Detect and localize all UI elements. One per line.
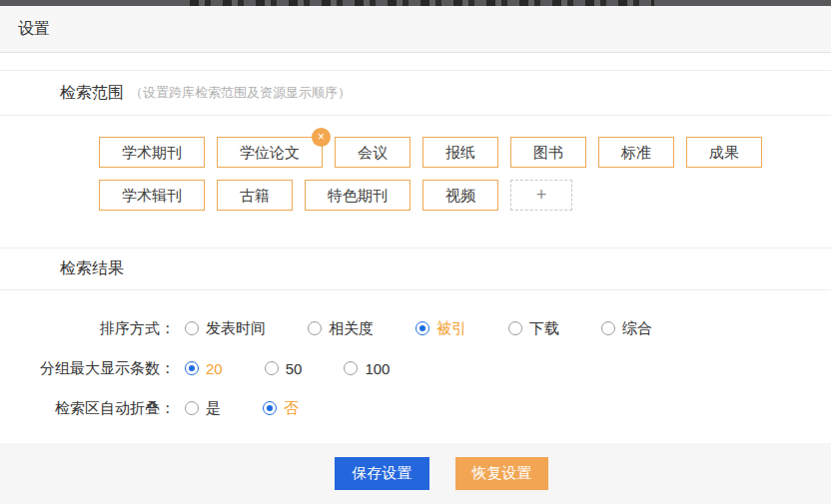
resource-tag-label: 会议 xyxy=(358,144,388,161)
resource-tag-label: 学位论文 xyxy=(240,144,300,161)
panel-header: 设置 xyxy=(0,6,831,53)
radio-icon[interactable] xyxy=(344,361,358,375)
radio-icon[interactable] xyxy=(185,321,199,335)
radio-group: 2050100 xyxy=(185,360,431,377)
radio-option[interactable]: 100 xyxy=(344,360,390,377)
close-icon[interactable]: × xyxy=(312,128,331,147)
radio-option[interactable]: 50 xyxy=(265,360,303,377)
radio-label: 50 xyxy=(286,360,303,377)
radio-label: 20 xyxy=(206,360,223,377)
radio-group: 是否 xyxy=(185,399,341,418)
results-section-header: 检索结果 xyxy=(0,248,831,290)
form-label: 排序方式： xyxy=(0,319,175,338)
radio-icon[interactable] xyxy=(265,361,279,375)
radio-option[interactable]: 发表时间 xyxy=(185,319,266,338)
clipped-background-bar xyxy=(0,0,831,6)
resource-tag-label: 图书 xyxy=(533,144,563,161)
radio-label: 被引 xyxy=(436,319,466,338)
resource-tag[interactable]: 古籍 xyxy=(217,180,293,211)
radio-label: 相关度 xyxy=(329,319,374,338)
restore-settings-button[interactable]: 恢复设置 xyxy=(455,457,548,490)
tag-row-2: 学术辑刊古籍特色期刊视频+ xyxy=(99,180,831,211)
radio-label: 否 xyxy=(284,399,299,418)
resource-tag-label: 标准 xyxy=(621,144,651,161)
radio-selected-icon[interactable] xyxy=(185,361,199,375)
resource-tag[interactable]: 标准 xyxy=(598,137,674,168)
tag-row-1: 学术期刊学位论文×会议报纸图书标准成果 xyxy=(99,137,831,168)
save-settings-button[interactable]: 保存设置 xyxy=(335,457,429,490)
radio-selected-icon[interactable] xyxy=(416,321,429,335)
radio-label: 综合 xyxy=(622,319,652,338)
radio-label: 下载 xyxy=(529,319,559,338)
resource-tag-label: 学术辑刊 xyxy=(122,187,182,204)
radio-icon[interactable] xyxy=(185,401,199,415)
radio-option[interactable]: 20 xyxy=(185,360,223,377)
radio-option[interactable]: 下载 xyxy=(508,319,559,338)
form-row: 分组最大显示条数：2050100 xyxy=(0,348,831,388)
section-title-scope: 检索范围 xyxy=(60,83,124,104)
radio-label: 是 xyxy=(206,399,221,418)
clipped-background-text xyxy=(190,0,654,6)
results-settings-form: 排序方式：发表时间相关度被引下载综合分组最大显示条数：2050100检索区自动折… xyxy=(0,290,831,443)
radio-group: 发表时间相关度被引下载综合 xyxy=(185,319,694,338)
resource-tag-label: 报纸 xyxy=(445,144,475,161)
plus-icon: + xyxy=(536,185,547,205)
resource-tag-label: 学术期刊 xyxy=(122,144,182,161)
radio-label: 100 xyxy=(365,360,390,377)
footer-buttons: 保存设置 恢复设置 xyxy=(335,457,548,490)
radio-option[interactable]: 是 xyxy=(185,399,221,418)
resource-tag[interactable]: 报纸 xyxy=(422,137,498,168)
resource-tag[interactable]: 学术辑刊 xyxy=(99,180,205,211)
radio-option[interactable]: 被引 xyxy=(416,319,466,338)
resource-tag[interactable]: 会议 xyxy=(335,137,411,168)
resource-tag-label: 成果 xyxy=(709,144,739,161)
radio-icon[interactable] xyxy=(508,321,522,335)
form-label: 分组最大显示条数： xyxy=(0,359,175,378)
resource-tag[interactable]: 学术期刊 xyxy=(99,137,205,168)
settings-panel: 设置 检索范围 （设置跨库检索范围及资源显示顺序） 学术期刊学位论文×会议报纸图… xyxy=(0,0,831,504)
resource-tag[interactable]: 特色期刊 xyxy=(305,180,411,211)
resource-tag-label: 特色期刊 xyxy=(328,187,388,204)
form-label: 检索区自动折叠： xyxy=(0,399,175,418)
header-gap xyxy=(0,53,831,71)
scope-section-header: 检索范围 （设置跨库检索范围及资源显示顺序） xyxy=(0,71,831,116)
resource-tags-area: 学术期刊学位论文×会议报纸图书标准成果 学术辑刊古籍特色期刊视频+ xyxy=(0,116,831,248)
radio-option[interactable]: 综合 xyxy=(601,319,652,338)
radio-label: 发表时间 xyxy=(206,319,266,338)
footer-bar: 保存设置 恢复设置 xyxy=(0,443,831,504)
section-hint-scope: （设置跨库检索范围及资源显示顺序） xyxy=(130,84,351,102)
radio-option[interactable]: 否 xyxy=(263,399,299,418)
resource-tag[interactable]: 成果 xyxy=(686,137,762,168)
section-title-results: 检索结果 xyxy=(60,258,124,279)
resource-tag-label: 古籍 xyxy=(240,187,270,204)
resource-tag[interactable]: 图书 xyxy=(510,137,586,168)
radio-option[interactable]: 相关度 xyxy=(308,319,374,338)
radio-icon[interactable] xyxy=(308,321,322,335)
radio-icon[interactable] xyxy=(601,321,615,335)
resource-tag[interactable]: 视频 xyxy=(422,180,498,211)
form-row: 检索区自动折叠：是否 xyxy=(0,388,831,428)
resource-tag[interactable]: 学位论文× xyxy=(217,137,323,168)
resource-tag-label: 视频 xyxy=(445,187,475,204)
page-title: 设置 xyxy=(18,20,50,37)
radio-selected-icon[interactable] xyxy=(263,401,277,415)
form-row: 排序方式：发表时间相关度被引下载综合 xyxy=(0,308,831,348)
add-resource-button[interactable]: + xyxy=(510,180,572,211)
